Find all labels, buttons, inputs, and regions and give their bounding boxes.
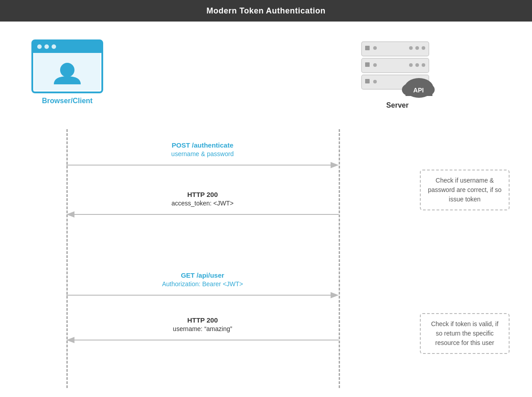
http200-token-label: HTTP 200 access_token: <JWT> (66, 190, 339, 208)
http200-user-line1: HTTP 200 (66, 315, 339, 325)
http200-user-line2: username: “amazing” (66, 325, 339, 334)
note-box-1: Check if username & password are correct… (420, 170, 510, 210)
svg-rect-8 (362, 42, 429, 56)
interaction-http200-token: HTTP 200 access_token: <JWT> (66, 190, 339, 219)
get-user-label: GET /api/user Authorization: Bearer <JWT… (66, 270, 339, 289)
svg-point-16 (373, 63, 377, 67)
page-title: Modern Token Authentication (206, 6, 326, 16)
page-header: Modern Token Authentication (0, 0, 532, 22)
svg-point-22 (373, 80, 377, 83)
interaction-http200-user: HTTP 200 username: “amazing” (66, 315, 339, 345)
post-auth-label: POST /authenticate username & password (66, 140, 339, 159)
svg-point-4 (44, 44, 49, 49)
post-auth-arrow (66, 161, 339, 170)
svg-point-13 (422, 46, 425, 50)
svg-point-11 (409, 46, 413, 50)
client-label: Browser/Client (42, 97, 93, 105)
http200-token-line2: access_token: <JWT> (66, 199, 339, 208)
note-2-text: Check if token is valid, if so return th… (431, 320, 498, 346)
svg-point-12 (415, 46, 419, 50)
svg-point-10 (373, 46, 377, 50)
interaction-post-auth: POST /authenticate username & password (66, 140, 339, 170)
http200-token-arrow (66, 210, 339, 219)
svg-point-3 (37, 44, 42, 49)
get-user-arrow (66, 291, 339, 300)
server-section: API Server (353, 39, 442, 109)
main-content: Browser/Client (0, 22, 532, 397)
svg-rect-21 (365, 79, 370, 83)
client-section: Browser/Client (27, 39, 108, 105)
server-label: Server (386, 101, 409, 109)
note-1-text: Check if username & password are correct… (428, 177, 501, 203)
interaction-get-user: GET /api/user Authorization: Bearer <JWT… (66, 270, 339, 300)
server-icon: API (357, 39, 438, 98)
svg-point-19 (422, 63, 425, 67)
get-user-line1: GET /api/user (66, 270, 339, 280)
svg-rect-9 (365, 46, 370, 50)
svg-rect-15 (365, 62, 370, 67)
http200-token-line1: HTTP 200 (66, 190, 339, 199)
svg-text:API: API (413, 87, 423, 94)
get-user-line2: Authorization: Bearer <JWT> (66, 280, 339, 289)
svg-point-18 (415, 63, 419, 67)
post-auth-line1: POST /authenticate (66, 140, 339, 150)
post-auth-line2: username & password (66, 150, 339, 159)
note-box-2: Check if token is valid, if so return th… (420, 313, 510, 354)
server-timeline (339, 129, 340, 388)
svg-point-17 (409, 63, 413, 67)
svg-point-5 (52, 44, 56, 49)
http200-user-arrow (66, 336, 339, 345)
svg-rect-2 (32, 47, 102, 53)
http200-user-label: HTTP 200 username: “amazing” (66, 315, 339, 334)
browser-icon (31, 39, 103, 93)
svg-point-7 (60, 63, 74, 77)
